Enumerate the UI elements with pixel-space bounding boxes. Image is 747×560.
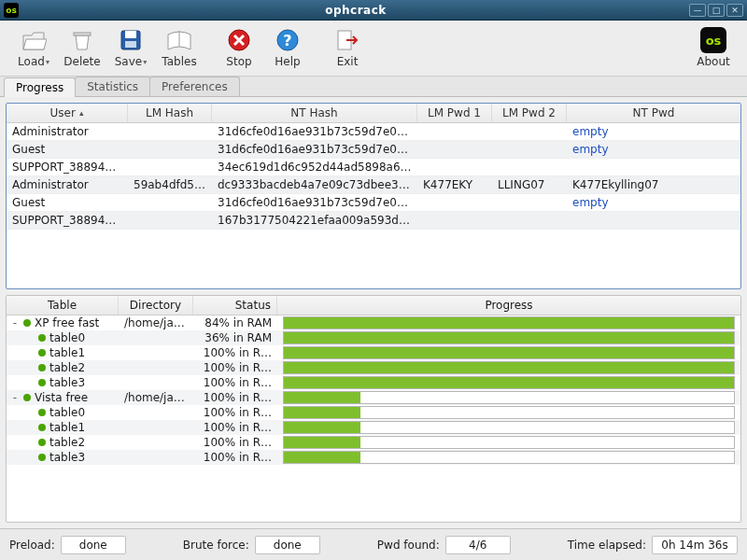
tree-collapse-icon[interactable]: -: [10, 316, 20, 329]
progress-cell: [277, 421, 740, 434]
table-name-cell: table3: [7, 376, 119, 389]
table-row[interactable]: table2100% in R…: [7, 435, 740, 450]
col-table-header[interactable]: Table: [7, 296, 119, 315]
status-bar: Preload:done Brute force:done Pwd found:…: [0, 528, 747, 560]
table-row[interactable]: SUPPORT_388945a034ec619d1d6c952d44ad5898…: [7, 159, 740, 176]
brute-label: Brute force:: [183, 539, 249, 552]
exit-button[interactable]: Exit: [323, 24, 372, 70]
exit-icon: [333, 26, 361, 54]
cell: Guest: [7, 194, 128, 211]
tab-progress[interactable]: Progress: [4, 77, 76, 97]
cell: LLING07: [492, 176, 567, 193]
table-row[interactable]: table0100% in R…: [7, 405, 740, 420]
status-dot-icon: [38, 379, 46, 386]
save-icon: [117, 26, 145, 54]
col-ntpwd-header[interactable]: NT Pwd: [567, 104, 740, 122]
status-dot-icon: [38, 424, 46, 431]
save-button[interactable]: Save▾: [106, 24, 155, 70]
table-row[interactable]: table1100% in R…: [7, 420, 740, 435]
cell: [417, 212, 492, 229]
minimize-button[interactable]: —: [689, 4, 706, 17]
table-name: Vista free: [35, 391, 88, 404]
svg-rect-2: [125, 31, 136, 38]
tree-collapse-icon[interactable]: -: [10, 391, 20, 404]
about-label: About: [697, 55, 729, 68]
cell: [128, 123, 212, 140]
results-body[interactable]: Administrator31d6cfe0d16ae931b73c59d7e0c…: [7, 123, 740, 230]
table-name-cell: -Vista free: [7, 391, 119, 404]
cell: K477Ekylling07: [567, 176, 740, 193]
cell: 34ec619d1d6c952d44ad5898a6815fce: [212, 159, 417, 175]
table-row[interactable]: Guest31d6cfe0d16ae931b73c59d7e0c089c0emp…: [7, 141, 740, 159]
table-row[interactable]: Guest31d6cfe0d16ae931b73c59d7e0c089c0emp…: [7, 194, 740, 212]
table-name-cell: table0: [7, 406, 119, 419]
progress-bar: [283, 346, 735, 359]
stop-icon: [225, 26, 253, 54]
status-cell: 100% in R…: [193, 451, 277, 464]
col-nthash-header[interactable]: NT Hash: [212, 104, 417, 122]
svg-rect-3: [125, 41, 136, 48]
tables-button[interactable]: Tables: [155, 24, 204, 70]
table-name: table3: [49, 376, 85, 389]
col-status-header[interactable]: Status: [193, 296, 277, 315]
cell: [492, 194, 567, 211]
svg-rect-0: [74, 33, 91, 35]
stop-label: Stop: [226, 55, 251, 68]
delete-button[interactable]: Delete: [58, 24, 106, 70]
table-row[interactable]: Administrator59ab4dfd5…dc9333bacdeb4a7e0…: [7, 176, 740, 194]
cell: empty: [567, 141, 740, 158]
progress-cell: [277, 436, 740, 449]
about-button[interactable]: os About: [689, 24, 738, 70]
table-row[interactable]: table2100% in R…: [7, 360, 740, 375]
col-user-header[interactable]: User▴: [7, 104, 128, 122]
table-row[interactable]: -Vista free/home/janu…100% in R…: [7, 390, 740, 405]
table-row[interactable]: SUPPORT_388945a0167b3177504221efaa009a59…: [7, 212, 740, 230]
svg-text:?: ?: [283, 32, 291, 49]
time-value: 0h 14m 36s: [652, 536, 738, 554]
cell: [492, 141, 567, 158]
cell: empty: [567, 123, 740, 140]
table-row[interactable]: table3100% in R…: [7, 375, 740, 390]
load-icon: [20, 26, 48, 54]
cell: 167b3177504221efaa009a593dc7281e: [212, 212, 417, 229]
table-row[interactable]: table1100% in R…: [7, 345, 740, 360]
progress-cell: [277, 361, 740, 374]
col-lmhash-header[interactable]: LM Hash: [128, 104, 212, 122]
stop-button[interactable]: Stop: [215, 24, 263, 70]
cell: [128, 159, 212, 175]
table-name: table0: [49, 406, 85, 419]
tab-preferences[interactable]: Preferences: [149, 77, 240, 96]
progress-bar: [283, 376, 735, 389]
cell: SUPPORT_388945a0: [7, 159, 128, 175]
load-button[interactable]: Load▾: [9, 24, 58, 70]
maximize-button[interactable]: □: [708, 4, 725, 17]
load-label: Load: [18, 55, 45, 68]
status-cell: 84% in RAM: [193, 316, 277, 329]
col-dir-header[interactable]: Directory: [119, 296, 193, 315]
close-button[interactable]: ✕: [726, 4, 743, 17]
status-cell: 100% in R…: [193, 391, 277, 404]
window-title: ophcrack: [22, 4, 689, 17]
status-cell: 100% in R…: [193, 361, 277, 374]
progress-bar: [283, 391, 735, 404]
cell: 31d6cfe0d16ae931b73c59d7e0c089c0: [212, 194, 417, 211]
table-row[interactable]: table3100% in R…: [7, 450, 740, 465]
col-progress-header[interactable]: Progress: [277, 296, 740, 315]
help-button[interactable]: ? Help: [263, 24, 312, 70]
col-lmpwd1-header[interactable]: LM Pwd 1: [417, 104, 492, 122]
chevron-down-icon: ▾: [143, 58, 147, 66]
cell: empty: [567, 194, 740, 211]
table-row[interactable]: table036% in RAM: [7, 330, 740, 345]
table-name: table2: [49, 436, 85, 449]
cell: K477EKY: [417, 176, 492, 193]
tab-statistics[interactable]: Statistics: [75, 77, 150, 96]
save-label: Save: [115, 55, 142, 68]
table-name: XP free fast: [35, 316, 99, 329]
tables-body[interactable]: -XP free fast/home/janu…84% in RAMtable0…: [7, 315, 740, 465]
table-name-cell: table2: [7, 436, 119, 449]
table-row[interactable]: -XP free fast/home/janu…84% in RAM: [7, 315, 740, 330]
col-lmpwd2-header[interactable]: LM Pwd 2: [492, 104, 567, 122]
table-name-cell: table1: [7, 421, 119, 434]
status-dot-icon: [23, 394, 31, 401]
table-row[interactable]: Administrator31d6cfe0d16ae931b73c59d7e0c…: [7, 123, 740, 141]
